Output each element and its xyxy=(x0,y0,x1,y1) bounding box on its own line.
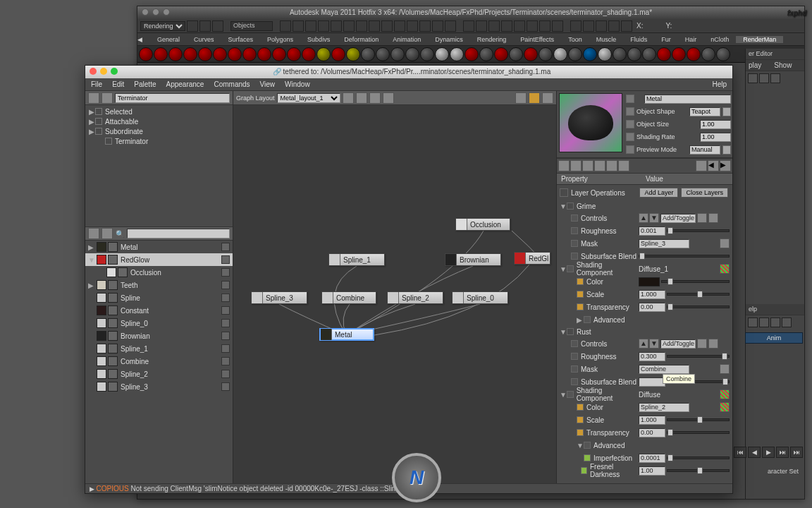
node-item-teeth[interactable]: ▶Teeth xyxy=(85,279,233,291)
tb-icon[interactable] xyxy=(621,20,632,32)
roughness-value[interactable]: 0.300 xyxy=(639,352,665,361)
playback-button[interactable]: ▶ xyxy=(762,447,775,458)
shelf-tab-dynamics[interactable]: Dynamics xyxy=(428,36,470,43)
transparency-value[interactable]: 0.00 xyxy=(639,428,665,437)
mask-value[interactable]: Combine xyxy=(639,365,689,374)
node-opts-icon[interactable] xyxy=(221,344,230,353)
shelf-tab-painteffects[interactable]: PaintEffects xyxy=(513,36,561,43)
tree-item-terminator[interactable]: Terminator xyxy=(85,136,233,146)
shelf-item-icon[interactable] xyxy=(553,47,567,61)
tb-icon[interactable] xyxy=(432,20,443,32)
shading-rate-value[interactable]: 1.00 xyxy=(700,133,731,142)
tree-item-subordinate[interactable]: ▶Subordinate xyxy=(85,126,233,136)
tb-icon[interactable] xyxy=(583,20,594,32)
mask-value[interactable]: Spline_3 xyxy=(639,239,689,248)
shelf-item-icon[interactable] xyxy=(316,47,331,61)
node-item-spline_0[interactable]: Spline_0 xyxy=(85,317,233,329)
property-body[interactable]: Layer Operations Add Layer Close Layers … xyxy=(557,185,732,483)
shelf-tab-ncloth[interactable]: nCloth xyxy=(703,36,736,43)
anim-tab[interactable]: Anim xyxy=(745,332,803,344)
menu-palette[interactable]: Palette xyxy=(134,80,156,88)
tb-icon[interactable] xyxy=(381,20,393,32)
roughness-slider[interactable] xyxy=(667,229,730,232)
graph-node-spline_2[interactable]: Spline_2 xyxy=(387,291,443,304)
palette-icon[interactable] xyxy=(102,92,113,104)
node-opts-icon[interactable] xyxy=(221,357,230,365)
tb-icon[interactable] xyxy=(419,20,431,32)
close-layers-button[interactable]: Close Layers xyxy=(681,188,728,198)
link-icon[interactable] xyxy=(720,238,730,248)
shelf-item-icon[interactable] xyxy=(627,47,641,61)
search-btn-icon[interactable] xyxy=(88,228,99,239)
shelf-item-icon[interactable] xyxy=(583,47,597,61)
shelf-item-icon[interactable] xyxy=(568,47,582,61)
opts-icon[interactable] xyxy=(697,339,707,349)
shelf-item-icon[interactable] xyxy=(346,47,360,61)
shelf-item-icon[interactable] xyxy=(139,47,153,61)
graph-btn-icon[interactable] xyxy=(369,92,381,104)
down-icon[interactable]: ▼ xyxy=(649,339,659,349)
playback-button[interactable]: ◀ xyxy=(748,447,761,458)
checkbox-icon[interactable] xyxy=(626,145,634,154)
shelf-item-icon[interactable] xyxy=(198,47,212,61)
imperfection-value[interactable]: 0.0001 xyxy=(639,454,665,463)
graph-node-combine[interactable]: Combine xyxy=(321,291,376,304)
shelf-item-icon[interactable] xyxy=(390,47,405,61)
menu-edit[interactable]: Edit xyxy=(112,80,124,88)
add-layer-button[interactable]: Add Layer xyxy=(639,188,678,198)
graph-btn-icon[interactable] xyxy=(343,92,354,104)
pv-btn-icon[interactable] xyxy=(558,160,570,171)
node-opts-icon[interactable] xyxy=(221,268,230,277)
shelf-tab-hair[interactable]: Hair xyxy=(678,36,704,43)
close-icon[interactable] xyxy=(90,68,97,75)
tb-icon[interactable] xyxy=(293,20,304,32)
shelf-item-icon[interactable] xyxy=(598,47,612,61)
layer-icon[interactable] xyxy=(748,73,758,83)
node-item-metal[interactable]: ▶Metal xyxy=(85,241,233,253)
tb-icon[interactable] xyxy=(527,20,538,32)
node-opts-icon[interactable] xyxy=(221,306,230,315)
checkbox-icon[interactable] xyxy=(626,133,634,141)
node-opts-icon[interactable] xyxy=(221,370,230,378)
tree-item-selected[interactable]: ▶Selected xyxy=(85,107,233,116)
menu-file[interactable]: File xyxy=(91,80,102,88)
refresh-icon[interactable] xyxy=(708,213,718,223)
node-item-combine[interactable]: Combine xyxy=(85,355,233,368)
shelf-item-icon[interactable] xyxy=(672,47,686,61)
pv-btn-icon[interactable] xyxy=(696,160,707,171)
advanced-label[interactable]: Advanced xyxy=(593,442,625,449)
tb-icon[interactable] xyxy=(539,20,550,32)
graph-btn-icon[interactable] xyxy=(356,92,367,104)
object-size-value[interactable]: 1.00 xyxy=(700,120,731,129)
tb-icon[interactable] xyxy=(463,20,474,32)
shelf-tab-subdivs[interactable]: Subdivs xyxy=(300,36,337,43)
section-grime[interactable]: ▼Grime xyxy=(557,200,732,212)
node-opts-icon[interactable] xyxy=(221,255,230,264)
advanced-label[interactable]: Advanced xyxy=(593,316,625,324)
tb-icon[interactable] xyxy=(596,20,607,32)
pv-btn-icon[interactable] xyxy=(594,160,605,171)
scale-value[interactable]: 1.000 xyxy=(639,416,665,425)
down-icon[interactable]: ▼ xyxy=(649,213,659,223)
layer-icon[interactable] xyxy=(759,318,769,327)
menu-commands[interactable]: Commands xyxy=(214,80,250,88)
tb-icon[interactable] xyxy=(356,20,367,32)
shelf-item-icon[interactable] xyxy=(154,47,168,61)
transparency-value[interactable]: 0.00 xyxy=(639,303,665,312)
tb-icon[interactable] xyxy=(476,20,487,32)
shelf-item-icon[interactable] xyxy=(331,47,345,61)
link-icon[interactable] xyxy=(720,402,730,412)
shelf-tab-surfaces[interactable]: Surfaces xyxy=(221,36,261,43)
graph-node-spline_0[interactable]: Spline_0 xyxy=(452,291,508,304)
shelf-item-icon[interactable] xyxy=(183,47,197,61)
controls-value[interactable]: Add/Toggle xyxy=(660,339,696,349)
shelf-item-icon[interactable] xyxy=(228,47,242,61)
tb-icon[interactable] xyxy=(514,20,525,32)
shelf-tab-general[interactable]: General xyxy=(150,36,187,43)
shelf-item-icon[interactable] xyxy=(272,47,286,61)
color-swatch[interactable] xyxy=(639,277,660,286)
tb-icon[interactable] xyxy=(552,20,563,32)
node-item-spline_1[interactable]: Spline_1 xyxy=(85,342,233,355)
pv-btn-icon[interactable]: ◀ xyxy=(708,160,719,171)
tb-icon[interactable] xyxy=(305,20,316,32)
